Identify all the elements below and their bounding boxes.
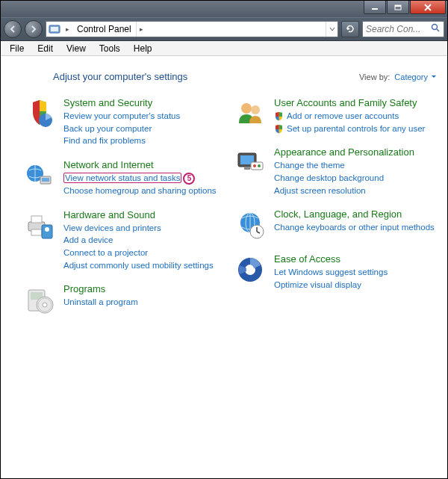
svg-point-27 <box>253 164 256 167</box>
search-icon <box>431 23 441 35</box>
highlighted-link-text: View network status and tasks <box>63 173 181 183</box>
access-ring-icon[interactable] <box>234 253 267 286</box>
globe-clock-icon[interactable] <box>234 208 267 241</box>
titlebar <box>1 1 447 17</box>
category-link[interactable]: Set up parental controls for any user <box>274 123 437 135</box>
refresh-button[interactable] <box>341 21 359 37</box>
category-link[interactable]: Let Windows suggest settings <box>274 266 437 279</box>
menu-bar: File Edit View Tools Help <box>1 41 447 56</box>
svg-point-5 <box>432 25 438 30</box>
category-title[interactable]: Hardware and Sound <box>63 209 226 220</box>
svg-rect-26 <box>251 162 263 170</box>
close-button[interactable] <box>410 1 446 14</box>
svg-rect-2 <box>395 5 401 7</box>
category-link[interactable]: Adjust screen resolution <box>274 185 437 197</box>
category-body: User Accounts and Family SafetyAdd or re… <box>274 97 437 135</box>
monitor-paint-icon[interactable] <box>234 146 267 179</box>
control-panel-icon <box>46 22 63 37</box>
category-link[interactable]: Uninstall a program <box>63 296 226 309</box>
category-title[interactable]: User Accounts and Family Safety <box>274 97 437 108</box>
maximize-button[interactable] <box>387 1 409 14</box>
category-title[interactable]: Appearance and Personalization <box>274 146 437 158</box>
category-link[interactable]: Choose homegroup and sharing options <box>63 185 226 197</box>
category-link[interactable]: View network status and tasks5 <box>63 172 226 185</box>
svg-rect-13 <box>31 229 42 235</box>
address-bar[interactable]: ▸ Control Panel ▸ <box>46 21 338 37</box>
people-icon[interactable] <box>234 97 267 130</box>
forward-arrow-icon <box>29 25 38 34</box>
category-link[interactable]: Adjust commonly used mobility settings <box>63 259 226 272</box>
svg-rect-25 <box>244 167 250 170</box>
uac-shield-icon <box>274 111 284 121</box>
content-header: Adjust your computer's settings View by:… <box>53 71 437 82</box>
svg-point-22 <box>251 105 260 114</box>
chevron-down-icon <box>431 75 437 79</box>
category-body: Clock, Language, and RegionChange keyboa… <box>274 208 437 241</box>
category-columns: System and SecurityReview your computer'… <box>23 97 437 328</box>
link-text: Add or remove user accounts <box>287 110 399 123</box>
breadcrumb-root[interactable]: Control Panel <box>72 22 137 37</box>
category-title[interactable]: System and Security <box>63 97 226 108</box>
category-title[interactable]: Network and Internet <box>63 159 226 170</box>
maximize-icon <box>394 4 402 10</box>
category-body: Appearance and PersonalizationChange the… <box>274 146 437 197</box>
nav-row: ▸ Control Panel ▸ <box>1 17 447 41</box>
category-link[interactable]: Optimize visual display <box>274 279 437 291</box>
menu-help[interactable]: Help <box>128 43 158 55</box>
category-link[interactable]: Back up your computer <box>63 123 226 135</box>
category-link[interactable]: Add or remove user accounts <box>274 110 437 123</box>
svg-rect-12 <box>31 216 42 223</box>
refresh-icon <box>345 24 355 34</box>
view-by-select[interactable]: Category <box>394 72 437 81</box>
shield-chart-icon[interactable] <box>23 97 56 130</box>
category-access-ring: Ease of AccessLet Windows suggest settin… <box>234 253 437 291</box>
category-link[interactable]: Add a device <box>63 234 226 247</box>
svg-point-21 <box>241 103 252 114</box>
back-arrow-icon <box>8 25 17 34</box>
search-input[interactable] <box>366 24 431 34</box>
category-title[interactable]: Programs <box>63 283 226 294</box>
view-by-value: Category <box>394 72 428 81</box>
category-link[interactable]: Connect to a projector <box>63 247 226 259</box>
chevron-down-icon <box>329 26 335 32</box>
menu-tools[interactable]: Tools <box>93 43 126 55</box>
category-body: System and SecurityReview your computer'… <box>63 97 226 147</box>
svg-rect-10 <box>42 178 49 182</box>
printer-devices-icon[interactable] <box>23 209 56 242</box>
category-body: Network and InternetView network status … <box>63 159 226 197</box>
svg-point-15 <box>45 227 49 232</box>
back-button[interactable] <box>4 20 22 38</box>
address-dropdown[interactable] <box>326 22 337 37</box>
menu-view[interactable]: View <box>60 43 92 55</box>
chevron-right-icon[interactable]: ▸ <box>63 22 72 37</box>
category-link[interactable]: View devices and printers <box>63 222 226 235</box>
category-body: ProgramsUninstall a program <box>63 283 226 316</box>
chevron-right-icon[interactable]: ▸ <box>137 22 146 37</box>
category-link[interactable]: Find and fix problems <box>63 135 226 147</box>
uac-shield-icon <box>274 124 284 134</box>
category-title[interactable]: Ease of Access <box>274 253 437 265</box>
search-box[interactable] <box>362 21 444 37</box>
category-link[interactable]: Review your computer's status <box>63 110 226 123</box>
view-by-label: View by: <box>359 72 390 81</box>
category-link[interactable]: Change keyboards or other input methods <box>274 221 437 234</box>
svg-rect-0 <box>372 8 378 10</box>
svg-line-6 <box>437 29 439 31</box>
menu-file[interactable]: File <box>4 43 30 55</box>
category-disc-box: ProgramsUninstall a program <box>23 283 226 316</box>
category-monitor-paint: Appearance and PersonalizationChange the… <box>234 146 437 197</box>
category-link[interactable]: Change the theme <box>274 159 437 172</box>
disc-box-icon[interactable] <box>23 283 56 316</box>
forward-button[interactable] <box>25 20 43 38</box>
category-body: Hardware and SoundView devices and print… <box>63 209 226 272</box>
category-link[interactable]: Change desktop background <box>274 172 437 185</box>
category-body: Ease of AccessLet Windows suggest settin… <box>274 253 437 291</box>
globe-network-icon[interactable] <box>23 159 56 192</box>
menu-edit[interactable]: Edit <box>31 43 59 55</box>
category-title[interactable]: Clock, Language, and Region <box>274 208 437 220</box>
minimize-button[interactable] <box>364 1 386 14</box>
page-title: Adjust your computer's settings <box>53 71 187 82</box>
view-by: View by: Category <box>359 72 437 81</box>
svg-point-28 <box>258 164 261 167</box>
link-text: Set up parental controls for any user <box>287 123 425 135</box>
